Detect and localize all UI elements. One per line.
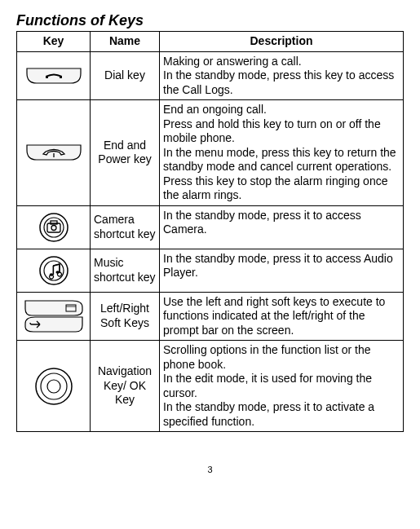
end-power-key-icon bbox=[25, 143, 82, 161]
table-row: Navigation Key/ OK Key Scrolling options… bbox=[17, 341, 404, 432]
key-name: Camera shortcut key bbox=[91, 205, 160, 249]
key-name: Music shortcut key bbox=[91, 249, 160, 292]
key-description: In the standby mode, press it to access … bbox=[160, 249, 404, 292]
soft-keys-icon bbox=[24, 299, 84, 333]
svg-point-9 bbox=[55, 271, 60, 274]
key-name: End and Power key bbox=[91, 100, 160, 206]
svg-point-8 bbox=[49, 273, 53, 276]
key-icon-cell bbox=[17, 249, 91, 292]
key-icon-cell bbox=[17, 51, 91, 100]
key-name: Left/Right Soft Keys bbox=[91, 292, 160, 341]
key-description: In the standby mode, press it to access … bbox=[160, 205, 404, 249]
dial-key-icon bbox=[25, 67, 82, 85]
key-name: Dial key bbox=[91, 51, 160, 100]
header-key: Key bbox=[17, 32, 91, 52]
section-heading: Functions of Keys bbox=[16, 12, 404, 29]
key-description: End an ongoing call.Press and hold this … bbox=[160, 100, 404, 206]
table-row: Left/Right Soft Keys Use the left and ri… bbox=[17, 292, 404, 341]
camera-key-icon bbox=[38, 211, 70, 244]
key-icon-cell bbox=[17, 100, 91, 206]
key-name: Navigation Key/ OK Key bbox=[91, 341, 160, 432]
key-description: Use the left and right soft keys to exec… bbox=[160, 292, 404, 341]
navigation-key-icon bbox=[33, 366, 74, 407]
page-number: 3 bbox=[16, 465, 404, 474]
music-key-icon bbox=[38, 254, 70, 287]
key-description: Scrolling options in the function list o… bbox=[160, 341, 404, 432]
table-row: Dial key Making or answering a call.In t… bbox=[17, 51, 404, 100]
key-icon-cell bbox=[17, 341, 91, 432]
key-icon-cell bbox=[17, 205, 91, 249]
key-description: Making or answering a call.In the standb… bbox=[160, 51, 404, 100]
header-name: Name bbox=[91, 32, 160, 52]
header-description: Description bbox=[160, 32, 404, 52]
table-row: End and Power key End an ongoing call.Pr… bbox=[17, 100, 404, 206]
key-icon-cell bbox=[17, 292, 91, 341]
table-row: Music shortcut key In the standby mode, … bbox=[17, 249, 404, 292]
keys-table: Key Name Description Dial key Making or … bbox=[16, 31, 404, 432]
table-row: Camera shortcut key In the standby mode,… bbox=[17, 205, 404, 249]
